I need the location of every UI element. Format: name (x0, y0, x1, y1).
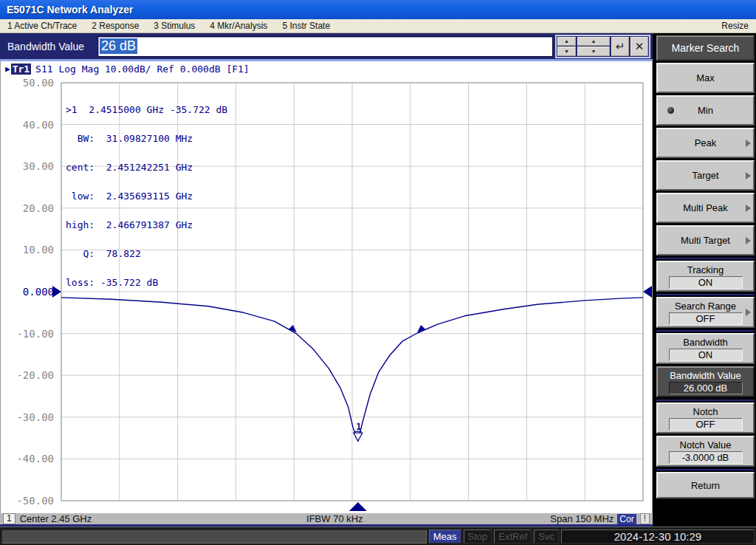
channel-number-badge: 1 (3, 513, 16, 524)
low-line: low: 2.435693115 GHz (66, 191, 227, 201)
softkey-value: ON (669, 349, 743, 361)
softkey-value: OFF (669, 418, 743, 431)
softkey-multi-target[interactable]: Multi Target (656, 225, 755, 256)
y-axis-label: -40.00 (16, 453, 54, 465)
status-datetime: 2024-12-30 10:29 (561, 529, 755, 544)
softkey-target[interactable]: Target (656, 160, 755, 191)
softkey-bandwidth[interactable]: Bandwidth ON (656, 333, 755, 364)
entry-spin-panel: ▲ ▼ ▲ ▼ ↵ ✕ (555, 35, 650, 58)
menu-instr-state[interactable]: 5 Instr State (275, 19, 337, 32)
softkey-label: Bandwidth Value (670, 370, 741, 381)
y-axis-label: 40.00 (23, 119, 54, 131)
softkey-notch[interactable]: Notch OFF (656, 402, 755, 433)
y-axis-label: 20.00 (23, 202, 54, 214)
softkey-multi-peak[interactable]: Multi Peak (656, 193, 755, 223)
softkey-peak[interactable]: Peak (656, 128, 755, 158)
marker-1-symbol[interactable] (354, 433, 362, 441)
menu-response[interactable]: 2 Response (84, 19, 146, 32)
spin-up-large-button[interactable]: ▲ (577, 37, 610, 47)
softkey-label: Target (692, 170, 718, 181)
status-meas: Meas (429, 529, 461, 544)
menu-active-ch-trace[interactable]: 1 Active Ch/Trace (0, 19, 84, 32)
radio-selected-icon (667, 107, 674, 114)
y-axis-label: 10.00 (23, 244, 54, 256)
enter-icon: ↵ (616, 40, 625, 52)
y-axis-label: 30.00 (23, 160, 54, 172)
stimulus-center-marker (349, 502, 367, 511)
softkey-max[interactable]: Max (656, 63, 755, 93)
e5071c-screen: E5071C Network Analyzer 1 Active Ch/Trac… (0, 0, 756, 545)
span-text: Span 150 MHz (550, 513, 614, 524)
softkey-label: Min (698, 105, 713, 116)
spin-up-small-button[interactable]: ▲ (557, 37, 576, 47)
y-axis-label: 50.00 (23, 77, 54, 89)
softkey-value: -3.0000 dB (669, 451, 743, 464)
submenu-arrow-icon (746, 140, 751, 147)
softkey-label: Notch (693, 406, 718, 417)
instrument-status-bar: Meas Stop ExtRef Svc 2024-12-30 10:29 (0, 527, 756, 545)
y-axis-label: -30.00 (16, 411, 54, 423)
softkey-label: Bandwidth (683, 337, 728, 348)
status-svc: Svc (534, 529, 559, 544)
menu-bar: 1 Active Ch/Trace 2 Response 3 Stimulus … (0, 19, 756, 33)
ifbw-text: IFBW 70 kHz (230, 513, 439, 524)
status-extref: ExtRef (494, 529, 532, 544)
loss-line: loss: -35.722 dB (66, 278, 227, 287)
status-stop: Stop (464, 529, 492, 544)
entry-selected-value: 26 dB (100, 38, 137, 54)
y-axis-label: -50.00 (16, 495, 54, 507)
trace-format-text: S11 Log Mag 10.00dB/ Ref 0.000dB [F1] (35, 64, 250, 75)
softkey-label: Tracking (687, 264, 724, 275)
group-separator (656, 400, 755, 401)
submenu-arrow-icon (746, 172, 751, 179)
group-separator (656, 469, 755, 470)
entry-bar: Bandwidth Value 26 dB ▲ ▼ ▲ ▼ ↵ ✕ (0, 33, 653, 61)
submenu-arrow-icon (746, 237, 751, 244)
softkey-label: Peak (695, 137, 717, 148)
spin-down-icon: ▼ (564, 49, 569, 54)
close-icon: ✕ (635, 40, 645, 52)
softkey-return[interactable]: Return (656, 472, 755, 498)
active-trace-arrow-icon: ▶ (5, 64, 10, 74)
softkey-min[interactable]: Min (656, 95, 755, 126)
channel-window: 50.0040.0030.0020.0010.000.000-10.00-20.… (0, 61, 653, 513)
softkey-notch-value[interactable]: Notch Value -3.0000 dB (656, 436, 755, 467)
softkey-value: ON (669, 276, 743, 289)
group-separator (656, 258, 755, 259)
menu-mkr-analysis[interactable]: 4 Mkr/Analysis (202, 19, 275, 32)
status-message-area (1, 529, 427, 544)
spin-up-icon: ▲ (564, 38, 569, 44)
y-axis-label: -10.00 (16, 328, 54, 340)
menu-stimulus[interactable]: 3 Stimulus (146, 19, 202, 32)
bandwidth-line: BW: 31.09827100 MHz (66, 134, 227, 143)
group-separator (656, 294, 755, 295)
softkey-menu-title: Marker Search (656, 35, 755, 61)
softkey-tracking[interactable]: Tracking ON (656, 261, 755, 292)
correction-badge: Cor (617, 514, 636, 524)
y-axis-label: -20.00 (16, 369, 54, 381)
submenu-arrow-icon (746, 309, 751, 316)
softkey-value: 26.000 dB (669, 382, 743, 394)
softkey-search-range[interactable]: Search Range OFF (656, 297, 755, 328)
softkey-bandwidth-value[interactable]: Bandwidth Value 26.000 dB (656, 366, 755, 397)
entry-close-button[interactable]: ✕ (630, 37, 648, 56)
trace-name-badge[interactable]: Tr1 (11, 64, 31, 75)
entry-enter-button[interactable]: ↵ (611, 37, 629, 56)
trace-header: ▶ Tr1 S11 Log Mag 10.00dB/ Ref 0.000dB [… (5, 63, 250, 75)
high-line: high: 2.466791387 GHz (66, 220, 227, 230)
q-line: Q: 78.822 (66, 249, 227, 258)
spin-down-small-button[interactable]: ▼ (557, 47, 576, 56)
submenu-arrow-icon (746, 205, 751, 212)
softkey-label: Notch Value (680, 439, 732, 450)
marker-1-label: 1 (356, 422, 361, 432)
spin-down-icon: ▼ (591, 49, 597, 54)
entry-label: Bandwidth Value (7, 41, 97, 52)
softkey-label: Multi Peak (683, 202, 728, 213)
softkey-label: Max (696, 72, 715, 83)
spin-down-large-button[interactable]: ▼ (577, 47, 610, 56)
menu-resize[interactable]: Resize (714, 19, 756, 32)
y-axis-label: 0.000 (23, 286, 54, 298)
entry-value-input[interactable]: 26 dB (97, 36, 553, 57)
softkey-label: Return (691, 480, 720, 491)
softkey-label: Search Range (675, 301, 736, 312)
